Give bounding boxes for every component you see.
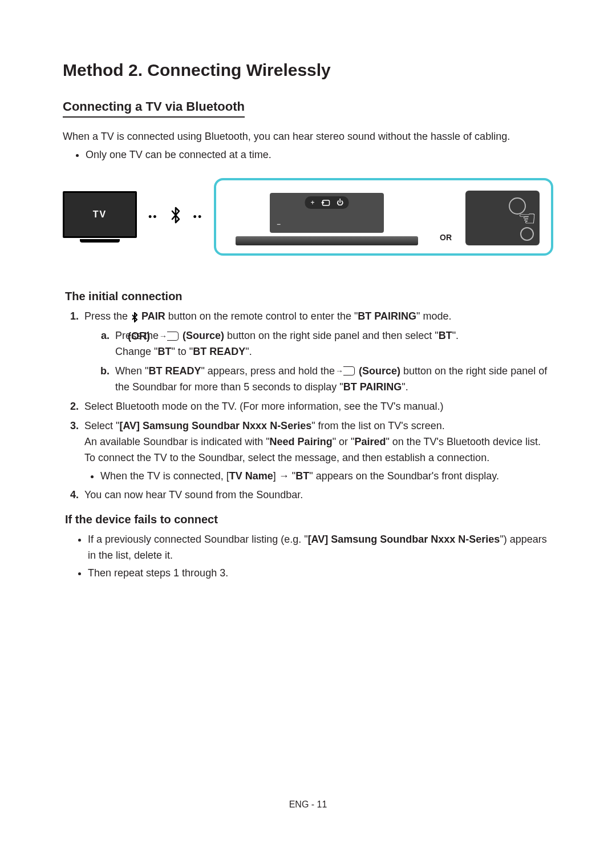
step-number: 1. bbox=[65, 309, 84, 325]
bt-ready-label: BT READY bbox=[148, 365, 201, 377]
step-text: Press the bbox=[84, 310, 131, 322]
bluetooth-pair-icon bbox=[131, 310, 139, 322]
bt-label: BT bbox=[439, 330, 452, 341]
source-label: (Source) bbox=[180, 330, 224, 341]
step-text: ] → " bbox=[273, 470, 295, 482]
step-text: ". bbox=[245, 346, 252, 357]
step-number: 4. bbox=[65, 487, 84, 503]
signal-dots-left: •• bbox=[148, 211, 158, 223]
step-1b: b. When "BT READY" appears, press and ho… bbox=[99, 364, 553, 395]
device-name: [AV] Samsung Soundbar Nxxx N-Series bbox=[119, 420, 311, 431]
fails-bullet: If a previously connected Soundbar listi… bbox=[88, 532, 553, 564]
step-text: " from the list on TV's screen. bbox=[311, 420, 445, 431]
bt-pairing-label: BT PAIRING bbox=[343, 381, 402, 393]
step-text: " to " bbox=[171, 346, 193, 357]
intro-bullet-item: Only one TV can be connected at a time. bbox=[86, 147, 553, 162]
step-letter: a. bbox=[99, 328, 115, 360]
step-3: 3. Select "[AV] Samsung Soundbar Nxxx N-… bbox=[65, 418, 553, 484]
intro-text: When a TV is connected using Bluetooth, … bbox=[63, 129, 553, 144]
fails-bullet: Then repeat steps 1 through 3. bbox=[88, 566, 553, 581]
step-number: 2. bbox=[65, 399, 84, 415]
tv-illustration: TV bbox=[63, 191, 137, 243]
soundbar-controls-icon: + ⏻ bbox=[305, 196, 349, 209]
bt-ready-label: BT READY bbox=[193, 346, 245, 357]
bluetooth-icon bbox=[169, 207, 182, 228]
step-text: " or " bbox=[333, 436, 355, 447]
or-aside: (OR) bbox=[128, 330, 150, 342]
step-text: ". bbox=[402, 381, 408, 393]
tv-name-placeholder: TV Name bbox=[229, 470, 273, 482]
step-number: 3. bbox=[65, 418, 84, 484]
step-text: An available Soundbar is indicated with … bbox=[84, 436, 270, 447]
subsection-heading: If the device fails to connect bbox=[65, 513, 553, 526]
need-pairing-label: Need Pairing bbox=[270, 436, 333, 447]
step-1: 1. Press the PAIR button on the remote c… bbox=[65, 309, 553, 325]
soundbar-illustration: + ⏻ − bbox=[228, 193, 426, 245]
step-2: 2. Select Bluetooth mode on the TV. (For… bbox=[65, 399, 553, 415]
step-text: When " bbox=[115, 365, 148, 377]
step-text: " appears, press and hold the bbox=[201, 365, 338, 377]
step-text: ". bbox=[452, 330, 459, 341]
step-text: Select " bbox=[84, 420, 119, 431]
callout-box: + ⏻ − OR ☜ bbox=[214, 178, 553, 256]
hand-pointer-icon: ☜ bbox=[518, 207, 536, 231]
figure-row: TV •• •• + ⏻ − OR bbox=[63, 178, 553, 256]
step-1a: a. Press the (Source) button on the righ… bbox=[99, 328, 553, 360]
remote-illustration: ☜ bbox=[465, 191, 540, 245]
section-heading: Connecting a TV via Bluetooth bbox=[63, 99, 245, 118]
bt-pairing-label: BT PAIRING bbox=[358, 310, 416, 322]
source-button-icon bbox=[163, 332, 179, 341]
or-label: OR bbox=[440, 233, 452, 242]
subsection-heading: The initial connection bbox=[65, 290, 553, 303]
page-title: Method 2. Connecting Wirelessly bbox=[63, 60, 553, 80]
device-name: [AV] Samsung Soundbar Nxxx N-Series bbox=[308, 534, 500, 545]
source-button-icon bbox=[339, 366, 355, 375]
steps-list: 1. Press the PAIR button on the remote c… bbox=[63, 309, 553, 503]
fails-list: If a previously connected Soundbar listi… bbox=[63, 532, 553, 581]
step-text: button on the remote control to enter th… bbox=[165, 310, 358, 322]
step-text: When the TV is connected, [ bbox=[100, 470, 229, 482]
step-text: If a previously connected Soundbar listi… bbox=[88, 534, 308, 545]
step-text: " mode. bbox=[416, 310, 451, 322]
pair-label: PAIR bbox=[139, 310, 165, 322]
step-text: You can now hear TV sound from the Sound… bbox=[84, 487, 553, 503]
step-letter: b. bbox=[99, 364, 115, 395]
signal-dots-right: •• bbox=[193, 211, 203, 223]
step-text: Select Bluetooth mode on the TV. (For mo… bbox=[84, 399, 553, 415]
bt-label: BT bbox=[295, 470, 309, 482]
paired-label: Paired bbox=[354, 436, 386, 447]
tv-label: TV bbox=[93, 209, 107, 220]
page-footer: ENG - 11 bbox=[0, 799, 616, 810]
step-4: 4. You can now hear TV sound from the So… bbox=[65, 487, 553, 503]
step-text: Change " bbox=[115, 346, 157, 357]
source-label: (Source) bbox=[356, 365, 400, 377]
step-text: button on the right side panel and then … bbox=[224, 330, 439, 341]
intro-bullets: Only one TV can be connected at a time. bbox=[63, 147, 553, 162]
step-sub-bullet: When the TV is connected, [TV Name] → "B… bbox=[100, 469, 553, 484]
step-text: " appears on the Soundbar's front displa… bbox=[309, 470, 499, 482]
bt-label: BT bbox=[157, 346, 171, 357]
